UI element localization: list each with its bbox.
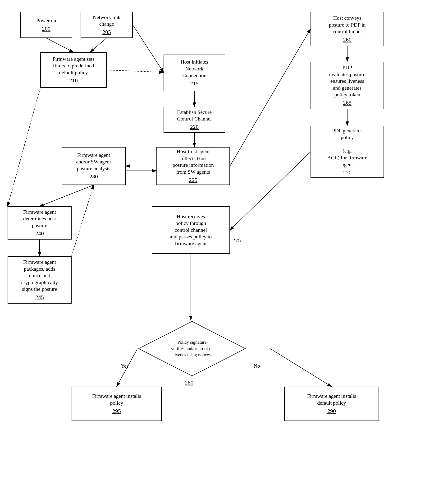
host-conveys-box: Host conveysposture to PDP incontrol tun…: [311, 12, 384, 46]
firmware-installs-default-label: Firmware agent installsdefault policy: [307, 393, 356, 406]
firmware-determines-label: Firmware agentdetermines hostposture: [23, 209, 56, 229]
label-275: 275: [232, 237, 241, 244]
host-trust-num: 225: [189, 177, 198, 184]
firmware-installs-policy-box: Firmware agent installspolicy 295: [72, 387, 162, 421]
svg-line-16: [230, 152, 311, 230]
firmware-sets-filters-num: 210: [69, 77, 78, 84]
host-receives-label: Host receivespolicy throughcontrol chann…: [170, 213, 212, 247]
firmware-installs-default-box: Firmware agent installsdefault policy 29…: [284, 387, 379, 421]
firmware-installs-default-num: 290: [327, 408, 336, 415]
power-on-box: Power on 200: [20, 12, 72, 38]
svg-line-13: [230, 29, 311, 166]
firmware-posture-analysis-box: Firmware agentand/or SW agentposture ana…: [62, 147, 126, 185]
svg-line-3: [90, 38, 107, 52]
svg-line-2: [46, 38, 74, 52]
label-280: 280: [185, 380, 193, 386]
firmware-packages-num: 245: [35, 294, 44, 301]
establish-secure-label: Establish SecureControl Channel: [177, 109, 212, 122]
power-on-num: 200: [42, 25, 51, 32]
host-conveys-label: Host conveysposture to PDP incontrol tun…: [329, 15, 366, 35]
svg-line-12: [72, 185, 94, 256]
network-link-box: Network linkchange 205: [80, 12, 133, 38]
pdp-evaluates-num: 265: [343, 99, 352, 107]
firmware-sets-filters-label: Firmware agent setsfilters to predefined…: [53, 56, 94, 76]
power-on-label: Power on: [36, 17, 56, 24]
host-initiates-num: 215: [190, 80, 199, 87]
pdp-evaluates-label: PDPevaluates postureensures livenessand …: [329, 64, 365, 98]
establish-secure-num: 220: [190, 123, 199, 131]
svg-line-4: [133, 25, 164, 72]
diamond-label: Policy signatureverifies and/or proof of…: [157, 339, 227, 358]
pdp-evaluates-box: PDPevaluates postureensures livenessand …: [311, 62, 384, 109]
network-link-num: 205: [102, 28, 111, 36]
firmware-posture-analysis-label: Firmware agentand/or SW agentposture ana…: [76, 152, 111, 172]
flowchart-diagram: Power on 200 Network linkchange 205 Firm…: [0, 0, 448, 495]
svg-line-5: [107, 70, 164, 72]
host-initiates-label: Host initiatesNetworkConnection: [181, 59, 208, 79]
network-link-label: Network linkchange: [93, 14, 121, 28]
firmware-posture-analysis-num: 230: [89, 173, 98, 180]
firmware-determines-num: 240: [35, 230, 44, 237]
pdp-generates-label: PDP generatespolicy(e.g.ACL) for firmwar…: [327, 127, 368, 168]
firmware-determines-box: Firmware agentdetermines hostposture 240: [8, 206, 72, 240]
firmware-installs-policy-label: Firmware agent installspolicy: [92, 393, 141, 406]
host-receives-box: Host receivespolicy throughcontrol chann…: [152, 206, 230, 254]
firmware-installs-policy-num: 295: [112, 408, 121, 415]
pdp-generates-box: PDP generatespolicy(e.g.ACL) for firmwar…: [311, 126, 384, 178]
firmware-packages-label: Firmware agentpackages, addsnonce andcry…: [21, 259, 58, 293]
svg-line-20: [8, 88, 40, 206]
host-initiates-box: Host initiatesNetworkConnection 215: [164, 55, 225, 91]
pdp-generates-num: 270: [343, 169, 352, 176]
host-trust-label: Host trust agentcollects Hostposture inf…: [172, 148, 214, 175]
host-conveys-num: 260: [343, 36, 352, 43]
svg-line-19: [270, 349, 332, 387]
firmware-packages-box: Firmware agentpackages, addsnonce andcry…: [8, 256, 72, 303]
no-label: No: [254, 363, 260, 369]
establish-secure-box: Establish SecureControl Channel 220: [164, 107, 225, 133]
host-trust-box: Host trust agentcollects Hostposture inf…: [157, 147, 230, 185]
svg-line-10: [40, 185, 94, 206]
yes-label: Yes: [121, 363, 129, 369]
policy-signature-diamond: Policy signatureverifies and/or proof of…: [137, 320, 247, 377]
firmware-sets-filters-box: Firmware agent setsfilters to predefined…: [40, 52, 107, 88]
